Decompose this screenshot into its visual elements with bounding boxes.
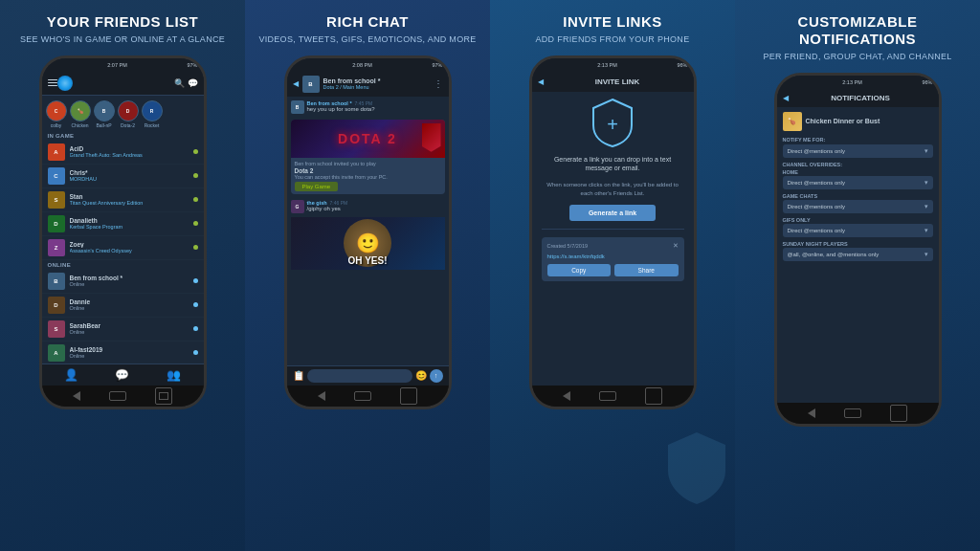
channel-home-dropdown[interactable]: Direct @mentions only ▾: [783, 176, 933, 189]
share-link-button[interactable]: Share: [614, 264, 679, 276]
emoji-icon[interactable]: 😊: [415, 370, 427, 381]
giphy-image: 🙂 OH YES!: [291, 217, 445, 270]
status-dot-acid: [193, 149, 198, 154]
notify-setting-dropdown[interactable]: Direct @mentions only ▾: [783, 144, 933, 158]
channel-sunday-dropdown[interactable]: @all, @online, and @mentions only ▾: [783, 248, 933, 261]
home-button-3[interactable]: [599, 391, 616, 401]
notif-friend-row: 🍗 Chicken Dinner or Bust: [783, 112, 933, 131]
channel-gamechats-label: Game chats: [783, 193, 933, 199]
search-icon[interactable]: 🔍: [174, 78, 185, 88]
game-icon-rocket[interactable]: R: [142, 100, 163, 121]
chat-username: Ben from school *: [323, 77, 430, 84]
phone-bottom-nav-1: 👤 💬 👥: [42, 364, 204, 386]
channel-overrides-label: CHANNEL OVERRIDES:: [783, 162, 933, 167]
channel-sunday-value: @all, @online, and @mentions only: [788, 252, 880, 257]
invite-page-title: INVITE LINK: [547, 77, 688, 86]
back-arrow-icon[interactable]: ◀: [293, 79, 299, 88]
chat-input-field[interactable]: [307, 369, 412, 383]
battery-2: 97%: [432, 62, 442, 68]
friend-item-ben[interactable]: B Ben from school * Online: [42, 270, 204, 294]
feature-panel-chat: RICH CHAT VIDEOS, TWEETS, GIFS, EMOTICON…: [245, 0, 490, 551]
friend-item-chris[interactable]: C Chris* MORDHAU: [42, 165, 204, 188]
phone-bottom-bar-2: [287, 386, 449, 407]
recents-button-2[interactable]: [400, 387, 417, 405]
back-arrow-invite[interactable]: ◀: [538, 77, 544, 86]
msg-avatar-2: G: [291, 200, 304, 213]
msg-time-1: 7:45 PM: [355, 100, 373, 106]
time-1: 2:07 PM: [107, 62, 126, 68]
notify-setting-value: Direct @mentions only: [788, 148, 845, 154]
back-button-1[interactable]: [73, 391, 80, 401]
shield-bg-icon: +: [663, 428, 730, 513]
panel-subtitle-friends: SEE WHO'S IN GAME OR ONLINE AT A GLANCE: [20, 34, 225, 46]
status-icons-1: 97%: [187, 62, 197, 68]
recents-button-1[interactable]: [155, 387, 172, 405]
copy-link-button[interactable]: Copy: [547, 264, 612, 276]
link-created-section: Created 5/7/2019 ✕ https://s.team/ktnfqd…: [542, 237, 684, 281]
friends-nav-icon[interactable]: 👤: [64, 368, 78, 382]
friend-avatar-ben: B: [48, 273, 65, 290]
friend-avatar-acid: A: [48, 143, 65, 161]
game-icon-chicken[interactable]: 🍗: [70, 100, 91, 121]
back-button-2[interactable]: [318, 391, 325, 401]
online-label: Online: [42, 260, 204, 270]
phone-bottom-bar-3: [532, 386, 694, 407]
friend-item-acid[interactable]: A AciD Grand Theft Auto: San Andreas: [42, 141, 204, 165]
time-3: 2:13 PM: [597, 62, 616, 68]
feature-panel-friends: YOUR FRIENDS LIST SEE WHO'S IN GAME OR O…: [0, 0, 245, 551]
friend-item-zoey[interactable]: Z Zoey Assassin's Creed Odyssey: [42, 236, 204, 260]
divider: [542, 229, 684, 230]
home-button-2[interactable]: [354, 391, 371, 401]
msg-avatar-1: B: [291, 100, 304, 114]
friend-item-alfast[interactable]: A Al-fast2019 Online: [42, 342, 204, 364]
back-button-4[interactable]: [808, 408, 815, 418]
sticker-icon[interactable]: 📋: [293, 370, 304, 381]
send-button[interactable]: ↑: [430, 369, 443, 383]
chevron-down-icon-3: ▾: [924, 203, 928, 210]
recents-button-4[interactable]: [890, 405, 907, 422]
home-button-4[interactable]: [844, 408, 861, 418]
game-icon-dota2[interactable]: D: [118, 100, 139, 121]
invite-shield-icon: +: [589, 99, 636, 147]
generate-link-button[interactable]: Generate a link: [569, 205, 656, 221]
channel-list: Home Direct @mentions only ▾ Game chats …: [783, 169, 933, 261]
status-bar-3: 2:13 PM 96%: [532, 58, 694, 72]
battery-1: 97%: [187, 62, 197, 68]
panel-subtitle-invite: ADD FRIENDS FROM YOUR PHONE: [536, 34, 690, 46]
panel-title-friends: YOUR FRIENDS LIST: [47, 13, 199, 31]
msg-text-1: hey you up for some dota?: [307, 106, 445, 114]
link-created-header: Created 5/7/2019 ✕: [547, 242, 679, 250]
chat-icon[interactable]: 💬: [188, 78, 198, 88]
groups-nav-icon[interactable]: 👥: [167, 368, 181, 382]
friend-item-sarahbear[interactable]: S SarahBear Online: [42, 318, 204, 342]
link-url-text: https://s.team/ktnfqddk: [547, 253, 679, 259]
game-icon-ball[interactable]: B: [94, 100, 115, 121]
friend-item-dannie[interactable]: D Dannie Online: [42, 294, 204, 318]
more-options-icon[interactable]: ⋮: [434, 78, 443, 89]
friend-avatar-sarahbear: S: [48, 320, 65, 338]
status-dot-ben: [193, 278, 198, 283]
panel-subtitle-chat: VIDEOS, TWEETS, GIFS, EMOTICONS, AND MOR…: [258, 34, 476, 46]
hamburger-icon[interactable]: [48, 79, 57, 87]
friend-item-danalieth[interactable]: D Danalieth Kerbal Space Program: [42, 212, 204, 236]
notif-friend-name: Chicken Dinner or Bust: [806, 118, 880, 124]
status-dot-stan: [193, 197, 198, 202]
channel-gifs-dropdown[interactable]: Direct @mentions only ▾: [783, 224, 933, 237]
home-button-1[interactable]: [109, 391, 126, 401]
link-close-button[interactable]: ✕: [673, 242, 679, 250]
channel-gamechats-dropdown[interactable]: Direct @mentions only ▾: [783, 200, 933, 213]
back-button-3[interactable]: [563, 391, 570, 401]
chat-nav-icon[interactable]: 💬: [115, 368, 129, 382]
chat-header: ◀ B Ben from school * Dota 2 / Main Menu…: [287, 72, 449, 97]
friend-item-stan[interactable]: S Stan Titan Quest Anniversary Edition: [42, 188, 204, 212]
play-game-button[interactable]: Play Game: [295, 182, 339, 191]
invite-header: ◀ INVITE LINK: [532, 72, 694, 92]
game-icon-colby[interactable]: C: [46, 100, 67, 121]
friend-avatar-zoey: Z: [48, 239, 65, 256]
msg-text-2: /giphy oh yes: [307, 206, 445, 213]
invite-subdesc: When someone clicks on the link, you'll …: [542, 181, 684, 197]
battery-4: 96%: [922, 79, 932, 85]
status-dot-sarahbear: [193, 326, 198, 331]
recents-button-3[interactable]: [645, 387, 662, 405]
feature-panel-invite: INVITE LINKS ADD FRIENDS FROM YOUR PHONE…: [490, 0, 735, 551]
